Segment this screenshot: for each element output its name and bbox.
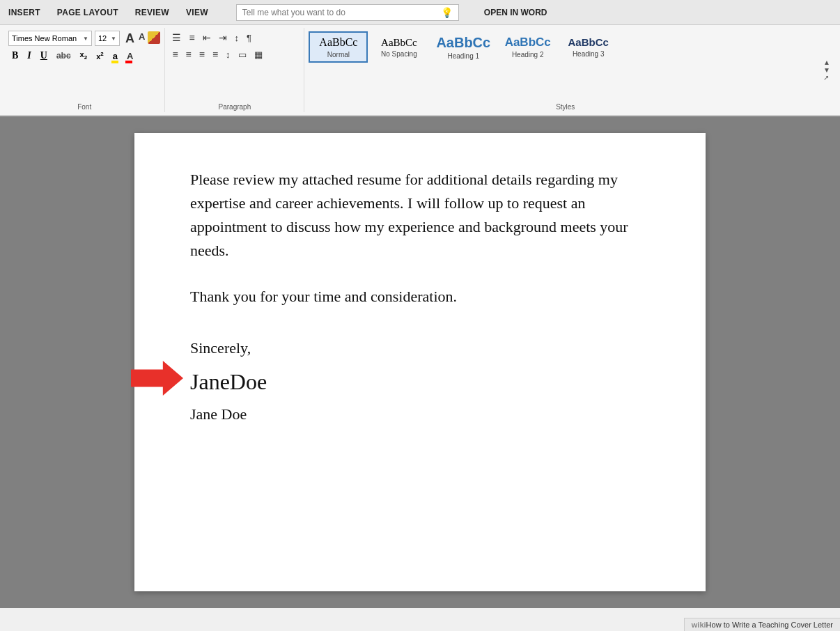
typed-name-text: Jane Doe — [190, 403, 650, 426]
styles-scroll-up[interactable]: ▲ — [823, 59, 830, 66]
decrease-indent-button[interactable]: ⇤ — [200, 31, 214, 45]
subscript-button[interactable]: x2 — [77, 49, 91, 62]
lightbulb-icon: 💡 — [441, 7, 453, 18]
styles-section-label: Styles — [309, 102, 822, 112]
style-no-spacing[interactable]: AaBbCc No Spacing — [369, 33, 428, 61]
font-size-change-buttons: A A — [124, 31, 160, 46]
font-section-label: Font — [8, 102, 160, 112]
styles-expand[interactable]: ↗ — [823, 74, 830, 81]
open-in-word-button[interactable]: OPEN IN WORD — [479, 6, 553, 19]
paragraph-row1: ☰ ≡ ⇤ ⇥ ↕ ¶ — [169, 31, 300, 45]
menu-view[interactable]: VIEW — [183, 6, 211, 19]
style-normal[interactable]: AaBbCc Normal — [309, 31, 368, 62]
style-normal-label: Normal — [327, 51, 350, 59]
style-nospacing-preview: AaBbCc — [381, 36, 417, 49]
style-heading3[interactable]: AaBbCc Heading 3 — [559, 33, 618, 61]
search-box[interactable]: 💡 — [236, 4, 459, 21]
styles-scroll-down[interactable]: ▼ — [823, 66, 830, 74]
styles-section: AaBbCc Normal AaBbCc No Spacing AaBbCc H… — [304, 28, 836, 112]
shading-button[interactable]: ▭ — [235, 48, 249, 61]
font-size-dropdown-arrow: ▼ — [111, 36, 116, 42]
wiki-label: wiki — [692, 621, 706, 629]
font-color-button[interactable]: A — [123, 49, 137, 63]
styles-grid: AaBbCc Normal AaBbCc No Spacing AaBbCc H… — [309, 31, 822, 63]
font-name-selector[interactable]: Times New Roman ▼ — [8, 31, 92, 46]
paragraph-row2: ≡ ≡ ≡ ≡ ↕ ▭ ▦ — [169, 47, 300, 61]
font-size-selector[interactable]: 12 ▼ — [95, 31, 120, 46]
wikihow-title: How to Write a Teaching Cover Letter — [706, 621, 833, 629]
style-h3-preview: AaBbCc — [568, 36, 609, 49]
style-heading1[interactable]: AaBbCc Heading 1 — [430, 31, 497, 63]
menu-page-layout[interactable]: PAGE LAYOUT — [54, 6, 121, 19]
wikihow-bar: wikiHow to Write a Teaching Cover Letter — [684, 618, 840, 631]
menu-insert[interactable]: INSERT — [6, 6, 43, 19]
italic-button[interactable]: I — [24, 49, 34, 63]
document-text: Please review my attached resume for add… — [190, 168, 650, 426]
signature-image: JaneDoe — [190, 365, 650, 398]
font-size-value: 12 — [98, 34, 107, 42]
paragraph-thanks: Thank you for your time and consideratio… — [190, 285, 650, 309]
closing-text: Sincerely, — [190, 336, 650, 359]
font-controls-row2: B I U abc x2 x2 a A — [8, 49, 160, 63]
paragraph-body: Please review my attached resume for add… — [190, 168, 650, 263]
font-section: Times New Roman ▼ 12 ▼ A A B I U abc x2 — [4, 28, 165, 112]
underline-button[interactable]: U — [37, 49, 51, 63]
sort-button[interactable]: ↕ — [232, 31, 242, 45]
text-highlight-button[interactable]: a — [109, 49, 121, 63]
superscript-button[interactable]: x2 — [93, 49, 107, 62]
style-h2-preview: AaBbCc — [505, 36, 551, 49]
clear-formatting-button[interactable] — [148, 31, 160, 44]
document-area: Please review my attached resume for add… — [0, 116, 840, 608]
paragraph-section: ☰ ≡ ⇤ ⇥ ↕ ¶ ≡ ≡ ≡ ≡ ↕ ▭ ▦ Paragraph — [165, 28, 304, 112]
toolbar: Times New Roman ▼ 12 ▼ A A B I U abc x2 — [0, 25, 840, 116]
font-grow-button[interactable]: A — [124, 31, 136, 46]
font-controls-row1: Times New Roman ▼ 12 ▼ A A — [8, 31, 160, 46]
increase-indent-button[interactable]: ⇥ — [216, 31, 230, 45]
menu-bar: INSERT PAGE LAYOUT REVIEW VIEW 💡 OPEN IN… — [0, 0, 840, 25]
menu-review[interactable]: REVIEW — [132, 6, 172, 19]
align-center-button[interactable]: ≡ — [183, 47, 194, 61]
show-formatting-button[interactable]: ¶ — [244, 31, 254, 45]
align-right-button[interactable]: ≡ — [196, 47, 208, 61]
line-spacing-button[interactable]: ↕ — [223, 48, 233, 61]
style-normal-preview: AaBbCc — [319, 36, 357, 49]
signature-block: Sincerely, JaneDoe Jane Doe — [190, 336, 650, 426]
font-name-value: Times New Roman — [12, 34, 77, 42]
numbered-list-button[interactable]: ≡ — [186, 31, 197, 45]
bold-button[interactable]: B — [8, 49, 22, 63]
style-heading2[interactable]: AaBbCc Heading 2 — [498, 32, 557, 62]
paragraph-section-label: Paragraph — [169, 102, 300, 112]
font-shrink-button[interactable]: A — [137, 31, 146, 46]
style-h2-label: Heading 2 — [512, 51, 544, 59]
bullet-list-button[interactable]: ☰ — [169, 31, 184, 45]
style-h3-label: Heading 3 — [573, 50, 605, 58]
style-h1-label: Heading 1 — [447, 52, 479, 60]
justify-button[interactable]: ≡ — [210, 47, 221, 61]
document-page: Please review my attached resume for add… — [134, 133, 706, 591]
borders-button[interactable]: ▦ — [251, 48, 265, 61]
annotation-arrow — [131, 357, 183, 399]
style-h1-preview: AaBbCc — [436, 34, 490, 51]
strikethrough-button[interactable]: abc — [53, 49, 75, 62]
align-left-button[interactable]: ≡ — [169, 47, 180, 61]
font-name-dropdown-arrow: ▼ — [83, 36, 88, 42]
svg-marker-0 — [131, 361, 183, 396]
style-nospacing-label: No Spacing — [381, 50, 417, 58]
search-input[interactable] — [242, 8, 438, 17]
